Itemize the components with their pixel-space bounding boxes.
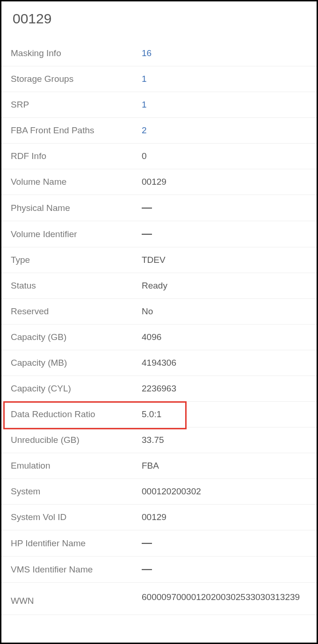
row-capacity-cyl: Capacity (CYL) 2236963 — [1, 376, 317, 402]
label-data-reduction-ratio: Data Reduction Ratio — [11, 409, 142, 420]
label-hp-identifier-name: HP Identifier Name — [11, 538, 142, 549]
row-capacity-mb: Capacity (MB) 4194306 — [1, 350, 317, 376]
dash-icon: — — [142, 563, 152, 575]
row-fba-front-end-paths: FBA Front End Paths 2 — [1, 118, 317, 144]
value-vms-identifier-name: — — [142, 564, 305, 575]
row-vms-identifier-name: VMS Identifier Name — — [1, 557, 317, 583]
label-reserved: Reserved — [11, 306, 142, 317]
dash-icon: — — [142, 228, 152, 239]
row-data-reduction-ratio: Data Reduction Ratio 5.0:1 — [1, 402, 317, 427]
row-physical-name: Physical Name — — [1, 195, 317, 221]
label-wwn: WWN — [11, 591, 142, 606]
value-reserved: No — [142, 306, 305, 317]
label-system-vol-id: System Vol ID — [11, 512, 142, 522]
row-volume-name: Volume Name 00129 — [1, 169, 317, 195]
label-emulation: Emulation — [11, 461, 142, 471]
label-capacity-gb: Capacity (GB) — [11, 332, 142, 342]
label-capacity-mb: Capacity (MB) — [11, 358, 142, 368]
value-wwn: 60000970000120200302533030313239 — [142, 591, 305, 604]
row-rdf-info: RDF Info 0 — [1, 144, 317, 169]
dash-icon: — — [142, 537, 152, 549]
row-srp: SRP 1 — [1, 92, 317, 118]
label-vms-identifier-name: VMS Identifier Name — [11, 564, 142, 575]
label-fba-front-end-paths: FBA Front End Paths — [11, 125, 142, 136]
row-system: System 000120200302 — [1, 479, 317, 505]
label-volume-identifier: Volume Identifier — [11, 229, 142, 239]
value-storage-groups[interactable]: 1 — [142, 74, 305, 84]
value-physical-name: — — [142, 203, 305, 213]
value-unreducible-gb: 33.75 — [142, 435, 305, 445]
label-rdf-info: RDF Info — [11, 151, 142, 161]
value-type: TDEV — [142, 255, 305, 265]
value-emulation: FBA — [142, 461, 305, 471]
row-system-vol-id: System Vol ID 00129 — [1, 505, 317, 530]
value-volume-identifier: — — [142, 229, 305, 239]
row-wwn: WWN 60000970000120200302533030313239 — [1, 583, 317, 615]
row-reserved: Reserved No — [1, 299, 317, 325]
label-capacity-cyl: Capacity (CYL) — [11, 384, 142, 394]
value-capacity-cyl: 2236963 — [142, 384, 305, 394]
label-status: Status — [11, 281, 142, 291]
dash-icon: — — [142, 202, 152, 213]
row-type: Type TDEV — [1, 247, 317, 273]
row-status: Status Ready — [1, 273, 317, 299]
value-srp[interactable]: 1 — [142, 100, 305, 110]
panel-title: 00129 — [13, 11, 305, 27]
value-system-vol-id: 00129 — [142, 512, 305, 522]
label-storage-groups: Storage Groups — [11, 74, 142, 84]
value-volume-name: 00129 — [142, 177, 305, 187]
value-rdf-info: 0 — [142, 151, 305, 161]
details-panel: 00129 Masking Info 16 Storage Groups 1 S… — [0, 0, 318, 644]
row-volume-identifier: Volume Identifier — — [1, 221, 317, 247]
value-fba-front-end-paths[interactable]: 2 — [142, 125, 305, 136]
value-system: 000120200302 — [142, 486, 305, 497]
label-physical-name: Physical Name — [11, 203, 142, 213]
row-hp-identifier-name: HP Identifier Name — — [1, 530, 317, 557]
value-masking-info[interactable]: 16 — [142, 48, 305, 58]
value-capacity-mb: 4194306 — [142, 358, 305, 368]
label-volume-name: Volume Name — [11, 177, 142, 187]
label-type: Type — [11, 255, 142, 265]
label-system: System — [11, 486, 142, 497]
row-emulation: Emulation FBA — [1, 453, 317, 479]
value-data-reduction-ratio: 5.0:1 — [142, 409, 305, 420]
row-unreducible-gb: Unreducible (GB) 33.75 — [1, 427, 317, 453]
label-unreducible-gb: Unreducible (GB) — [11, 435, 142, 445]
panel-header: 00129 — [1, 11, 317, 41]
value-status: Ready — [142, 281, 305, 291]
row-capacity-gb: Capacity (GB) 4096 — [1, 325, 317, 350]
row-storage-groups: Storage Groups 1 — [1, 66, 317, 92]
value-capacity-gb: 4096 — [142, 332, 305, 342]
label-srp: SRP — [11, 100, 142, 110]
value-hp-identifier-name: — — [142, 538, 305, 549]
row-masking-info: Masking Info 16 — [1, 41, 317, 66]
label-masking-info: Masking Info — [11, 48, 142, 58]
